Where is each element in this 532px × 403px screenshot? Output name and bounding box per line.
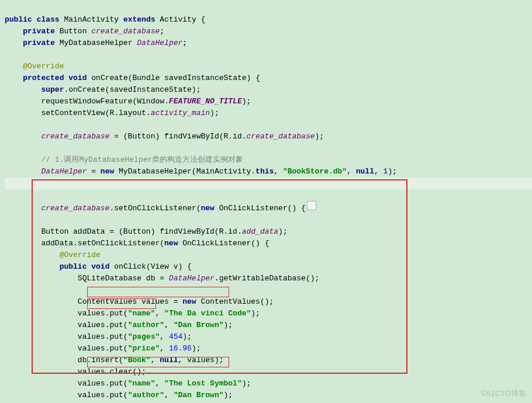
code-line: @Override — [5, 251, 101, 259]
code-line — [5, 50, 9, 59]
code-line: SQLiteDatabase db = DataHelper.getWritab… — [5, 274, 319, 283]
code-line: create_database.setOnClickListener(new O… — [5, 204, 316, 213]
code-line: // 1.调用MyDatabaseHelper类的构造方法创建实例对象 — [5, 155, 243, 164]
code-line: addData.setOnClickListener(new OnClickLi… — [5, 239, 270, 248]
fold-marker[interactable] — [307, 201, 316, 210]
code-line — [5, 120, 9, 129]
code-line: public class MainActivity extends Activi… — [5, 15, 205, 24]
code-line: protected void onCreate(Bundle savedInst… — [5, 74, 260, 82]
code-line: values.put("author", "Dan Brown"); — [5, 321, 233, 329]
code-line: Button addData = (Button) findViewById(R… — [5, 227, 288, 236]
code-line: values.put("pages", 454); — [5, 332, 192, 341]
watermark: ©51CTO博客 — [481, 388, 526, 399]
code-line: public void onClick(View v) { — [5, 262, 192, 271]
code-line — [5, 144, 9, 152]
code-line: setContentView(R.layout.activity_main); — [5, 109, 219, 117]
code-line: private MyDatabaseHelper DataHelper; — [5, 39, 187, 47]
code-line: DataHelper = new MyDatabaseHelper(MainAc… — [5, 167, 397, 176]
code-line: create_database = (Button) findViewById(… — [5, 132, 324, 141]
code-line: values.put("name", "The Da vinci Code"); — [5, 309, 260, 318]
code-line: values.put("author", "Dan Brown"); — [5, 391, 233, 399]
code-line: values.clear(); — [5, 367, 146, 376]
code-line: values.put("price", 16.96); — [5, 344, 201, 353]
code-line: super.onCreate(savedInstanceState); — [5, 85, 201, 94]
code-line — [5, 286, 9, 294]
code-line: requestWindowFeature(Window.FEATURE_NO_T… — [5, 97, 251, 106]
code-line: db.insert("Book", null, values); — [5, 356, 224, 364]
code-line: private Button create_database; — [5, 27, 164, 36]
code-line: ContentValues values = new ContentValues… — [5, 297, 274, 306]
code-line — [5, 216, 9, 224]
code-line-current — [5, 178, 532, 189]
code-line: @Override — [5, 62, 64, 71]
code-editor: public class MainActivity extends Activi… — [0, 0, 532, 403]
code-line: values.put("name", "The Lost Symbol"); — [5, 379, 251, 388]
